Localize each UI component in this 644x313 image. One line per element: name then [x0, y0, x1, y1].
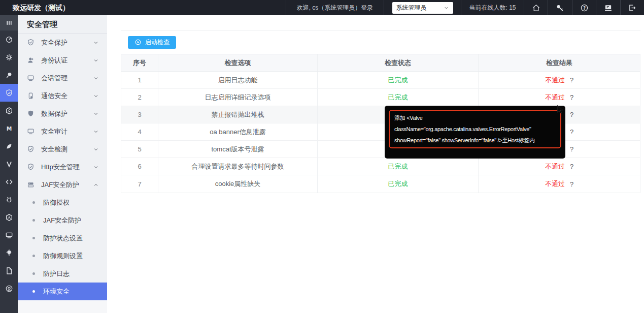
row-result: 不通过	[545, 93, 565, 102]
row-no: 2	[121, 89, 158, 106]
user-icon	[27, 56, 35, 64]
sidebar-subitem-label: 防护日志	[43, 269, 70, 278]
role-select[interactable]: 系统管理员	[392, 2, 453, 14]
table-row: 7 cookie属性缺失 已完成 不通过?	[121, 175, 640, 193]
sidebar-item-security-detect[interactable]: 安全检测	[18, 140, 107, 158]
role-select-value: 系统管理员	[396, 4, 427, 12]
rail-item-plugin[interactable]	[0, 66, 18, 84]
sidebar-item-security-protect[interactable]: 安全保护	[18, 34, 107, 51]
help-question-icon[interactable]: ?	[570, 111, 573, 118]
sidebar-item-jaf-security[interactable]: JAF安全防护	[18, 176, 107, 194]
home-button[interactable]	[524, 0, 548, 15]
rail-item-code[interactable]	[0, 173, 18, 191]
chevron-down-icon	[93, 57, 99, 64]
bullet-icon	[32, 219, 35, 222]
row-status: 已完成	[318, 72, 479, 88]
rail-item-settings[interactable]	[0, 48, 18, 66]
col-header-no: 序号	[121, 54, 158, 71]
home-icon	[532, 4, 540, 12]
sidebar-subitem-protect-status[interactable]: 防护状态设置	[18, 229, 107, 247]
sidebar-subitem-jaf-security[interactable]: JAF安全防护	[18, 211, 107, 229]
sidebar-item-comm-security[interactable]: 通信安全	[18, 87, 107, 105]
start-check-button[interactable]: 启动检查	[128, 36, 176, 49]
menu-columns-icon	[5, 19, 13, 27]
phone-shield-icon	[27, 92, 35, 100]
shield-scan-icon	[27, 145, 35, 153]
chevron-down-icon	[444, 5, 449, 11]
table-row: 1 启用日志功能 已完成 不通过?	[121, 72, 640, 89]
sidebar-item-security-audit[interactable]: 安全审计	[18, 122, 107, 140]
help-question-icon[interactable]: ?	[570, 163, 573, 170]
col-header-result: 检查结果	[479, 54, 640, 71]
sidebar-subitem-defense-rules[interactable]: 防御规则设置	[18, 247, 107, 265]
row-no: 4	[121, 123, 158, 140]
sidebar-subitem-env-security[interactable]: 环境安全	[18, 283, 107, 300]
dashboard-icon	[5, 36, 13, 44]
help-question-icon[interactable]: ?	[570, 128, 573, 136]
row-no: 3	[121, 106, 158, 123]
rail-item-menu[interactable]	[0, 15, 18, 30]
help-question-icon[interactable]: ?	[570, 93, 573, 101]
role-select-cell: 系统管理员	[384, 0, 461, 15]
sidebar-item-data-protect[interactable]: 数据保护	[18, 105, 107, 122]
help-question-icon[interactable]: ?	[570, 180, 573, 188]
result-tooltip: 添加 <Valve className="org.apache.catalina…	[385, 106, 565, 159]
rail-item-feather[interactable]	[0, 137, 18, 155]
bullet-icon	[32, 255, 35, 257]
plugin-icon	[5, 71, 13, 79]
headset-icon	[5, 285, 13, 293]
rail-item-monitor[interactable]	[0, 226, 18, 244]
help-question-icon[interactable]: ?	[570, 145, 573, 153]
key-icon	[556, 4, 564, 12]
table-row: 6 合理设置请求最多等待时间参数 已完成 不通过?	[121, 158, 640, 175]
bullet-icon	[32, 237, 35, 239]
password-button[interactable]	[548, 0, 571, 15]
sidebar-item-http-security[interactable]: Http安全管理	[18, 158, 107, 176]
row-option: 合理设置请求最多等待时间参数	[158, 158, 318, 175]
sidebar-item-label: 通信安全	[41, 91, 93, 101]
app-window: 致远研发（测试） 欢迎, cs（系统管理员）登录 系统管理员 当前在线人数: 1…	[0, 0, 644, 313]
rail-item-ideas[interactable]	[0, 244, 18, 262]
sidebar-subitem-protect-log[interactable]: 防护日志	[18, 265, 107, 283]
letter-m-icon	[5, 124, 13, 133]
monitor-icon	[604, 4, 613, 12]
sidebar-menu: 安全管理 安全保护 身份认证 会话管理 通信安全	[18, 15, 107, 300]
tooltip-line: showReport="false" showServerInfo="false…	[394, 135, 556, 146]
row-no: 6	[121, 158, 158, 175]
rail-item-performance[interactable]	[0, 102, 18, 119]
sidebar-subitem-defense-auth[interactable]: 防御授权	[18, 194, 107, 211]
help-question-icon[interactable]: ?	[570, 76, 573, 84]
shield-check-icon	[5, 89, 13, 97]
sidebar-item-label: JAF安全防护	[41, 180, 93, 190]
hexagon-cube-icon	[5, 213, 13, 222]
row-option: oa banner信息泄露	[158, 123, 318, 140]
rail-item-security[interactable]	[0, 84, 18, 102]
row-option: 禁止报错抛出堆栈	[158, 106, 318, 123]
console-button[interactable]	[596, 0, 620, 15]
rail-item-dashboard[interactable]	[0, 30, 18, 48]
row-option: 日志启用详细记录选项	[158, 89, 318, 106]
chevron-up-icon	[93, 182, 99, 188]
mouse-cursor-icon	[555, 103, 565, 115]
server-icon	[27, 181, 35, 189]
rail-item-debug[interactable]	[0, 191, 18, 208]
welcome-text: 欢迎, cs（系统管理员）登录	[286, 0, 384, 15]
bug-icon	[5, 196, 13, 204]
bulb-icon	[5, 249, 13, 257]
rail-item-v-module[interactable]	[0, 155, 18, 173]
sidebar-title: 安全管理	[18, 15, 107, 34]
sidebar-item-identity-auth[interactable]: 身份认证	[18, 51, 107, 69]
rail-item-package[interactable]	[0, 208, 18, 226]
monitor-icon	[27, 74, 35, 82]
http-shield-icon	[27, 163, 35, 171]
row-option: cookie属性缺失	[158, 175, 318, 193]
rail-item-support[interactable]	[0, 279, 18, 297]
logout-button[interactable]	[620, 0, 644, 15]
rail-item-m-module[interactable]	[0, 119, 18, 137]
topbar-icons	[524, 0, 644, 15]
rail-item-docs[interactable]	[0, 262, 18, 279]
sidebar-item-session-mgmt[interactable]: 会话管理	[18, 69, 107, 87]
sidebar-item-label: 会话管理	[41, 74, 93, 83]
help-button[interactable]	[572, 0, 596, 15]
sidebar-subitem-label: 环境安全	[43, 287, 70, 296]
